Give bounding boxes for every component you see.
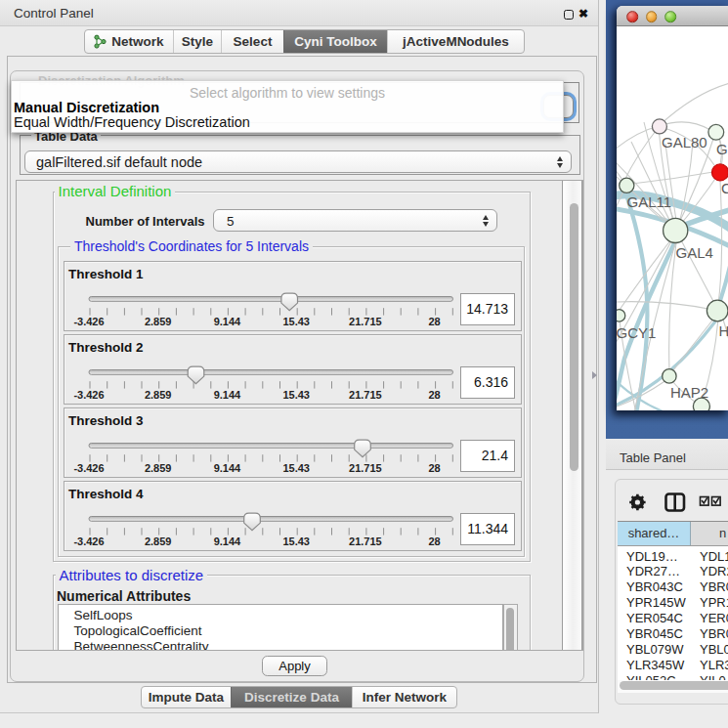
svg-text:H: H [718, 322, 728, 339]
svg-text:GAL4: GAL4 [675, 244, 712, 261]
svg-text:GAL80: GAL80 [662, 134, 707, 150]
svg-text:GCY1: GCY1 [617, 324, 656, 341]
svg-text:C: C [721, 180, 728, 196]
svg-text:GAL11: GAL11 [626, 193, 671, 210]
svg-text:HAP2: HAP2 [670, 384, 708, 401]
svg-text:G.: G. [716, 141, 728, 157]
